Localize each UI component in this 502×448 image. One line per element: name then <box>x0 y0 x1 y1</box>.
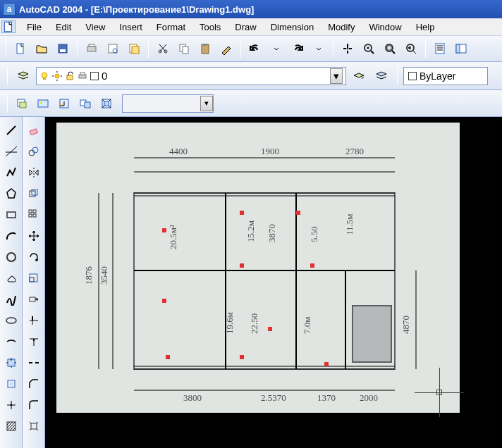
zoom-window-button[interactable] <box>380 39 400 58</box>
svg-text:5.50: 5.50 <box>309 226 319 242</box>
make-block-tool[interactable] <box>2 375 20 393</box>
layer-manager-button[interactable] <box>13 66 33 86</box>
arc-tool[interactable] <box>2 227 20 245</box>
svg-rect-101 <box>296 211 300 215</box>
circle-tool[interactable] <box>2 248 20 266</box>
rectangle-tool[interactable] <box>2 206 20 224</box>
xref-attach-button[interactable] <box>12 94 32 113</box>
xclip-button[interactable] <box>54 94 74 113</box>
svg-rect-40 <box>80 73 85 75</box>
svg-rect-53 <box>7 212 16 218</box>
line-tool[interactable] <box>2 121 20 139</box>
menu-dimension[interactable]: Dimension <box>264 19 321 35</box>
chamfer-tool[interactable] <box>25 375 43 393</box>
trim-tool[interactable] <box>25 311 43 330</box>
zoom-prev-button[interactable] <box>401 39 421 58</box>
bind-detail-button[interactable] <box>97 94 116 113</box>
design-center-button[interactable] <box>451 39 471 58</box>
menu-edit[interactable]: Edit <box>49 19 78 35</box>
zoom-realtime-button[interactable] <box>359 39 379 58</box>
break-tool[interactable] <box>25 354 43 372</box>
extend-tool[interactable] <box>25 332 43 351</box>
plot-preview-button[interactable] <box>103 39 123 58</box>
undo-dd-button[interactable] <box>267 39 286 58</box>
standard-toolbar <box>0 35 502 62</box>
scale-tool[interactable] <box>25 269 43 287</box>
match-props-button[interactable] <box>216 39 236 58</box>
svg-rect-63 <box>30 129 37 135</box>
layer-name: 0 <box>102 70 107 82</box>
array-tool[interactable] <box>25 206 43 224</box>
pan-button[interactable] <box>338 39 357 58</box>
lock-open-icon <box>65 71 75 81</box>
svg-rect-103 <box>324 362 329 366</box>
open-file-button[interactable] <box>32 39 51 58</box>
toolbar-grip[interactable] <box>7 94 8 113</box>
menu-view[interactable]: View <box>78 19 112 35</box>
toolbar-separator <box>240 39 241 58</box>
paste-button[interactable] <box>195 39 215 58</box>
svg-rect-3 <box>60 49 66 52</box>
image-attach-button[interactable] <box>33 94 53 113</box>
menu-insert[interactable]: Insert <box>112 19 149 35</box>
layer-combo[interactable]: 0 ▾ <box>36 67 346 85</box>
menu-format[interactable]: Format <box>149 19 192 35</box>
publish-button[interactable] <box>124 39 144 58</box>
drawing-canvas[interactable]: 4400 1900 2780 1876 3540 20.5м² 15.2м 38… <box>45 117 502 448</box>
ellipse-tool[interactable] <box>2 311 20 330</box>
menu-file[interactable]: File <box>20 19 49 35</box>
toolbar-grip[interactable] <box>7 67 8 85</box>
redo-dd-button[interactable] <box>309 39 329 58</box>
svg-rect-9 <box>132 46 139 54</box>
redo-button[interactable] <box>288 39 307 58</box>
revcloud-tool[interactable] <box>2 269 20 287</box>
rotate-tool[interactable] <box>25 248 43 266</box>
menu-draw[interactable]: Draw <box>228 19 263 35</box>
svg-text:1900: 1900 <box>261 146 279 156</box>
spline-tool[interactable] <box>2 290 20 309</box>
polyline-tool[interactable] <box>2 163 20 182</box>
stretch-tool[interactable] <box>25 290 43 309</box>
mirror-tool[interactable] <box>25 163 43 182</box>
copy-obj-tool[interactable] <box>25 142 43 161</box>
new-file-button[interactable] <box>11 39 30 58</box>
ellipse-arc-tool[interactable] <box>2 332 20 351</box>
menu-modify[interactable]: Modify <box>321 19 362 35</box>
point-tool[interactable] <box>2 396 20 414</box>
fillet-tool[interactable] <box>25 396 43 414</box>
save-file-button[interactable] <box>53 39 73 58</box>
toolbar-separator <box>425 39 426 58</box>
linetype-value: ByLayer <box>420 70 455 82</box>
hatch-tool[interactable] <box>2 417 20 435</box>
offset-tool[interactable] <box>25 185 43 203</box>
move-tool[interactable] <box>25 227 43 245</box>
linetype-combo[interactable]: ByLayer <box>403 67 488 85</box>
svg-rect-47 <box>85 102 90 108</box>
properties-button[interactable] <box>430 39 450 58</box>
refedit-combo[interactable]: ▾ <box>122 94 214 113</box>
menu-window[interactable]: Window <box>362 19 408 35</box>
svg-rect-68 <box>29 210 32 213</box>
menu-help[interactable]: Help <box>409 19 442 35</box>
prev-layer-button[interactable] <box>372 66 391 86</box>
dropdown-arrow-icon[interactable]: ▾ <box>330 68 343 84</box>
plot-button[interactable] <box>82 39 102 58</box>
toolbar-grip[interactable] <box>6 39 6 58</box>
mdi-document-icon[interactable] <box>1 20 16 33</box>
erase-tool[interactable] <box>25 121 43 139</box>
copy-button[interactable] <box>174 39 194 58</box>
xbind-button[interactable] <box>75 94 95 113</box>
polygon-tool[interactable] <box>2 185 20 203</box>
svg-rect-76 <box>30 297 35 301</box>
explode-tool[interactable] <box>25 417 43 435</box>
xline-tool[interactable] <box>2 142 20 161</box>
menu-tools[interactable]: Tools <box>192 19 228 35</box>
svg-rect-70 <box>29 214 32 217</box>
undo-button[interactable] <box>245 39 265 58</box>
svg-text:11.5м: 11.5м <box>344 214 355 236</box>
svg-rect-74 <box>30 278 34 282</box>
block-insert-tool[interactable] <box>2 354 20 372</box>
dropdown-arrow-icon[interactable]: ▾ <box>200 96 213 111</box>
make-current-button[interactable] <box>349 66 369 86</box>
cut-button[interactable] <box>153 39 173 58</box>
